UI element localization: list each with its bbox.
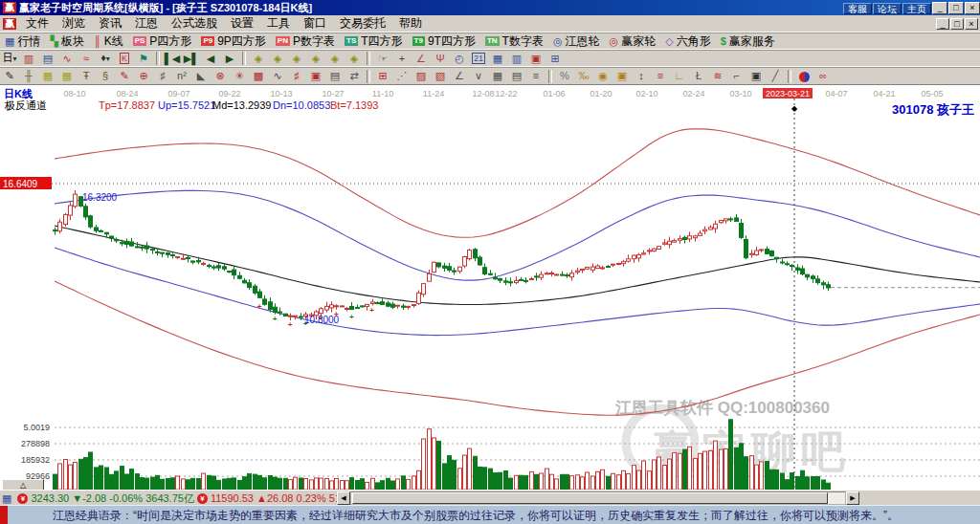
expand-all-icon[interactable]: ◈ <box>345 51 364 66</box>
angle-line-icon[interactable]: ∠ <box>412 51 431 66</box>
titlebar-link-1[interactable]: 论坛 <box>873 3 902 14</box>
menu-item-7[interactable]: 窗口 <box>297 15 333 31</box>
t-number-table-button[interactable]: TNT数字表 <box>480 33 548 49</box>
gold-circle-icon[interactable]: ◉ <box>593 69 612 84</box>
next-bar-icon[interactable]: ▶ <box>220 51 239 66</box>
9t-square-button[interactable]: T99T四方形 <box>408 33 480 49</box>
minimize-button[interactable]: _ <box>932 2 947 14</box>
child-restore-button[interactable]: □ <box>950 18 964 30</box>
starburst-icon[interactable]: ✳ <box>230 69 249 84</box>
fan-lines-icon[interactable]: ⋰ <box>392 69 412 84</box>
pan-hand-icon[interactable]: ☞ <box>373 51 392 66</box>
sectors-button[interactable]: ▚板块 <box>45 33 88 49</box>
flag-icon[interactable]: ⚑ <box>134 51 153 66</box>
crosshair-icon[interactable]: + <box>392 51 412 66</box>
gold-box-icon[interactable]: ▣ <box>612 69 632 84</box>
pencil-tool-icon[interactable]: ✎ <box>0 69 19 84</box>
n-square-icon[interactable]: n² <box>172 69 191 84</box>
titlebar-link-2[interactable]: 主页 <box>902 3 931 14</box>
slope-icon[interactable]: ╱ <box>766 69 785 84</box>
menu-item-1[interactable]: 浏览 <box>56 15 92 31</box>
anchor-box-icon[interactable]: ⊞ <box>373 69 392 84</box>
target-red-icon[interactable]: ⊗ <box>211 69 230 84</box>
waves-icon[interactable]: ≋ <box>708 69 727 84</box>
menu-item-9[interactable]: 帮助 <box>392 15 429 31</box>
permille-icon[interactable]: ‰ <box>574 69 593 84</box>
hatch-red2-icon[interactable]: ▧ <box>431 69 450 84</box>
winner-service-button[interactable]: $赢家服务 <box>716 33 780 49</box>
menu-item-8[interactable]: 交易委托 <box>333 15 392 31</box>
layers-icon[interactable]: ≡ <box>651 69 670 84</box>
candlestick-chart[interactable]: 江恩工具软件 QQ:100800360赢家聊吧08-1008-2409-0709… <box>0 85 980 491</box>
band-red-icon[interactable]: ♯ <box>287 69 306 84</box>
tri-lines-icon[interactable]: ≡ <box>526 69 546 84</box>
l-lines-icon[interactable]: Ł <box>689 69 708 84</box>
sh-index-quote[interactable]: 3243.30 ▼-2.08 -0.06% 3643.75亿 <box>31 491 194 506</box>
menu-item-4[interactable]: 公式选股 <box>165 15 224 31</box>
scroll-right-button[interactable]: ▶ <box>846 491 859 505</box>
arrows-lr-icon[interactable]: ⇄ <box>345 69 364 84</box>
expand-h-icon[interactable]: ◈ <box>306 51 325 66</box>
info-board-icon[interactable]: ▤ <box>38 51 57 66</box>
time-wheel-icon[interactable]: ◴ <box>450 51 469 66</box>
hexagon-button[interactable]: ◇六角形 <box>660 33 715 49</box>
comb-grid-icon[interactable]: ♯ <box>153 69 172 84</box>
compress-h-icon[interactable]: ◈ <box>287 51 306 66</box>
grid-box-icon[interactable]: ▦ <box>488 69 507 84</box>
calculator-icon[interactable]: ▦ <box>488 51 507 66</box>
child-close-button[interactable]: × <box>965 18 978 30</box>
wave-large-icon[interactable]: ≈ <box>77 51 96 66</box>
t-square-button[interactable]: TST四方形 <box>340 33 408 49</box>
zoom-in-icon[interactable]: ◈ <box>268 51 287 66</box>
steps-icon[interactable]: ⌐ <box>727 69 746 84</box>
gann-wheel-button[interactable]: ◎江恩轮 <box>548 33 605 49</box>
quotes-button[interactable]: ▦行情 <box>0 33 45 49</box>
spiral-icon[interactable]: § <box>96 69 115 84</box>
zoom-out-icon[interactable]: ◈ <box>249 51 268 66</box>
circle-cross-icon[interactable]: ⊕ <box>134 69 153 84</box>
data-table-icon[interactable]: ▥ <box>507 51 526 66</box>
scrollbar-thumb[interactable] <box>352 492 828 504</box>
infinity-icon[interactable]: ∞ <box>813 69 833 84</box>
menu-item-0[interactable]: 文件 <box>19 15 56 31</box>
close-button[interactable]: × <box>965 2 980 14</box>
dense-grid-icon[interactable]: ▤ <box>325 69 345 84</box>
hatch-grid-icon[interactable]: ╫ <box>19 69 38 84</box>
calendar-21-icon[interactable]: 21 <box>469 51 488 66</box>
hatch-red-icon[interactable]: ▨ <box>412 69 431 84</box>
restore-button[interactable]: □ <box>948 2 964 14</box>
candle-style-dropdown[interactable]: ♦▾ <box>96 51 115 66</box>
kline-style-icon[interactable]: ▥ <box>19 51 38 66</box>
gann-fan-icon[interactable]: Ψ <box>431 51 450 66</box>
taiji-icon[interactable] <box>794 69 813 84</box>
updown-icon[interactable]: ↕ <box>632 69 651 84</box>
percent-icon[interactable]: % <box>555 69 574 84</box>
menu-item-6[interactable]: 工具 <box>260 15 297 31</box>
menu-item-3[interactable]: 江恩 <box>128 15 165 31</box>
horizontal-scrollbar[interactable]: ◀ ▶ <box>337 491 859 505</box>
zigzag-icon[interactable]: ∿ <box>268 69 287 84</box>
triangle-tool-icon[interactable]: ◣ <box>191 69 211 84</box>
p-square-button[interactable]: PSP四方形 <box>128 33 197 49</box>
gann-box-yellow2-icon[interactable]: ▦ <box>57 69 77 84</box>
angle-tool-icon[interactable]: ∠ <box>450 69 469 84</box>
check-lines-icon[interactable]: ∨ <box>469 69 488 84</box>
menu-item-5[interactable]: 设置 <box>224 15 260 31</box>
last-bar-icon[interactable]: ▶▌ <box>182 51 201 66</box>
scroll-left-button[interactable]: ◀ <box>337 491 350 505</box>
t-bar-icon[interactable]: Ŧ <box>77 69 96 84</box>
p-number-table-button[interactable]: PNP数字表 <box>271 33 340 49</box>
gann-box-yellow-icon[interactable]: ▦ <box>38 69 57 84</box>
child-minimize-button[interactable]: _ <box>936 18 949 30</box>
save-icon[interactable]: ▣ <box>526 51 546 66</box>
winner-wheel-button[interactable]: ◎赢家轮 <box>605 33 661 49</box>
compress-v-icon[interactable]: ◈ <box>325 51 345 66</box>
export-icon[interactable]: ⊞ <box>546 51 565 66</box>
period-day-dropdown[interactable]: 日▾ <box>0 51 19 66</box>
kline-button[interactable]: ║K线 <box>89 33 128 49</box>
titlebar-link-0[interactable]: 客服 <box>843 3 872 14</box>
pen-red-icon[interactable]: ✎ <box>115 69 134 84</box>
quotes-grid-icon[interactable]: ▦ <box>2 492 11 505</box>
list-box-icon[interactable]: ▤ <box>507 69 526 84</box>
first-bar-icon[interactable]: ▌◀ <box>163 51 182 66</box>
